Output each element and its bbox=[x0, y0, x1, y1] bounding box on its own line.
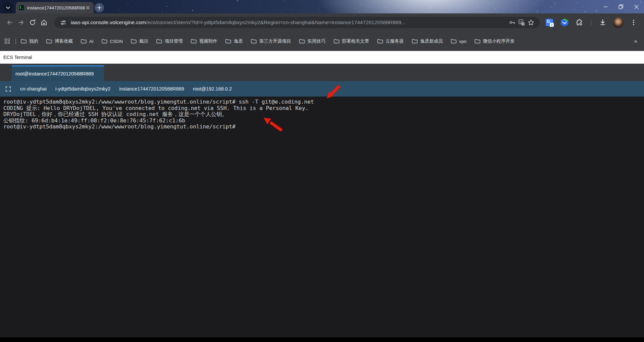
svg-text:文: 文 bbox=[522, 22, 525, 25]
url-domain: iaas-api.console.volcengine.com bbox=[71, 19, 146, 25]
terminal-line: root@iv-ydtpt5dam8qbxys2mky2:/www/wwwroo… bbox=[3, 99, 644, 105]
folder-icon bbox=[191, 39, 197, 44]
bookmark-folder[interactable]: 逸丞新成员 bbox=[412, 38, 443, 44]
password-key-icon[interactable] bbox=[507, 18, 517, 27]
bookmark-folder[interactable]: 我的 bbox=[21, 38, 38, 44]
bookmark-folder-label: 项目管理 bbox=[165, 38, 183, 44]
bookmark-folder[interactable]: AI bbox=[81, 39, 94, 44]
restore-button[interactable] bbox=[613, 0, 629, 13]
terminal-line: DRYDojTDEL，你好，你已经通过 SSH 协议认证 coding.net … bbox=[3, 111, 644, 118]
page-title: ECS Terminal bbox=[3, 55, 32, 60]
downloads-icon[interactable] bbox=[598, 17, 608, 27]
folder-icon bbox=[225, 39, 231, 44]
terminal-line: CODING 提示: Hello DRYDojTDEL, You've conn… bbox=[3, 105, 644, 112]
bookmark-folder[interactable]: 戴尔 bbox=[131, 38, 148, 44]
folder-icon bbox=[299, 39, 305, 44]
folder-icon bbox=[251, 39, 257, 44]
bookmark-folder[interactable]: 实用技巧 bbox=[299, 38, 326, 44]
bookmark-folder[interactable]: 项目管理 bbox=[156, 38, 183, 44]
bookmark-folder[interactable]: 逸丞 bbox=[225, 38, 243, 44]
bookmark-folder[interactable]: 云服务器 bbox=[377, 38, 404, 44]
address-bar[interactable]: iaas-api.console.volcengine.com/ecs/conn… bbox=[54, 17, 540, 28]
terminal-line: 公钥指纹: 69:6d:b4:1e:49:ff:08:f2:0e:8e:76:4… bbox=[3, 118, 644, 124]
bookmark-folder[interactable]: 微信小程序开发 bbox=[475, 38, 515, 44]
bookmark-folder[interactable]: CSDN bbox=[102, 39, 123, 44]
bookmark-folder-label: 逸丞新成员 bbox=[420, 38, 443, 44]
bookmark-folder-label: 戴尔 bbox=[139, 38, 148, 44]
terminal-lines: root@iv-ydtpt5dam8qbxys2mky2:/www/wwwroo… bbox=[3, 99, 644, 130]
forward-button[interactable] bbox=[15, 17, 27, 28]
terminal-output[interactable]: root@iv-ydtpt5dam8qbxys2mky2:/www/wwwroo… bbox=[0, 97, 644, 337]
bookmark-folder[interactable]: vpn bbox=[451, 39, 467, 44]
terminal-session-tab[interactable]: root@instance1744720120588R889 bbox=[12, 65, 104, 81]
tab-close-icon[interactable] bbox=[85, 5, 91, 11]
browser-menu-kebab-icon[interactable] bbox=[629, 17, 639, 27]
translate-page-icon[interactable]: G文 bbox=[517, 18, 526, 27]
url-text[interactable]: iaas-api.console.volcengine.com/ecs/conn… bbox=[71, 19, 507, 25]
apps-grid-icon[interactable] bbox=[5, 39, 10, 44]
profile-avatar[interactable] bbox=[613, 17, 624, 28]
toolbar-separator bbox=[591, 19, 591, 26]
bookmark-folder[interactable]: 部署相关文章 bbox=[334, 38, 369, 44]
bookmark-folder-label: CSDN bbox=[110, 39, 123, 44]
bookmark-folder-label: 部署相关文章 bbox=[342, 38, 369, 44]
home-icon bbox=[41, 19, 47, 26]
bookmark-folder[interactable]: 第三方开源项目 bbox=[251, 38, 291, 44]
bookmark-folder-list: 我的 博客收藏 AI CSDN bbox=[21, 38, 628, 44]
volcengine-extension-icon[interactable] bbox=[559, 17, 570, 27]
info-user-host: root@192.168.0.2 bbox=[193, 86, 232, 92]
browser-toolbar: iaas-api.console.volcengine.com/ecs/conn… bbox=[0, 13, 644, 32]
back-button[interactable] bbox=[4, 17, 15, 28]
info-region: cn-shanghai bbox=[20, 86, 47, 92]
bookmark-star-icon[interactable] bbox=[526, 18, 536, 27]
bookmarks-separator bbox=[15, 39, 16, 44]
bookmark-folder-label: 视频制作 bbox=[199, 38, 217, 44]
bookmarks-overflow-chevron[interactable]: » bbox=[628, 38, 637, 45]
browser-tab-strip: instance1744720120588R889 bbox=[0, 0, 644, 13]
folder-icon bbox=[412, 39, 418, 44]
browser-window: instance1744720120588R889 bbox=[0, 0, 644, 342]
folder-icon bbox=[156, 39, 162, 44]
info-instance-id: i-ydtpt5dam8qbxys2mky2 bbox=[55, 86, 110, 92]
bookmark-folder-label: 逸丞 bbox=[234, 38, 243, 44]
site-settings-tune-icon[interactable] bbox=[58, 18, 68, 27]
folder-icon bbox=[451, 39, 457, 44]
plus-icon bbox=[97, 5, 102, 10]
bookmark-folder-label: AI bbox=[89, 39, 94, 44]
tab-search-button[interactable] bbox=[3, 3, 13, 12]
terminal-line: root@iv-ydtpt5dam8qbxys2mky2:/www/wwwroo… bbox=[3, 124, 644, 130]
bottom-black-bar bbox=[0, 337, 644, 342]
folder-icon bbox=[46, 39, 52, 44]
bookmark-folder-label: vpn bbox=[459, 39, 467, 44]
folder-icon bbox=[81, 39, 87, 44]
terminal-favicon-icon bbox=[19, 5, 24, 10]
info-instance-name: instance1744720120588R889 bbox=[119, 86, 184, 92]
bookmark-folder[interactable]: 视频制作 bbox=[191, 38, 217, 44]
new-tab-button[interactable] bbox=[95, 3, 104, 12]
extensions-puzzle-icon[interactable] bbox=[575, 17, 585, 27]
bookmark-folder-label: 云服务器 bbox=[386, 38, 404, 44]
back-arrow-icon bbox=[6, 19, 13, 26]
browser-tab-title: instance1744720120588R889 bbox=[27, 5, 85, 10]
terminal-tab-strip: root@instance1744720120588R889 bbox=[0, 64, 644, 81]
chevron-down-icon bbox=[6, 6, 10, 9]
fullscreen-expand-icon[interactable] bbox=[5, 86, 11, 92]
folder-icon bbox=[377, 39, 383, 44]
bookmark-folder-label: 实用技巧 bbox=[308, 38, 326, 44]
folder-icon bbox=[334, 39, 339, 44]
close-window-button[interactable] bbox=[629, 0, 644, 13]
google-translate-extension-icon[interactable]: G bbox=[544, 17, 554, 27]
minimize-button[interactable] bbox=[598, 0, 613, 13]
folder-icon bbox=[102, 39, 107, 44]
bookmarks-bar: 我的 博客收藏 AI CSDN bbox=[0, 32, 644, 51]
url-path: /ecs/connect/xterm/?Id=i-ydtpt5dam8qbxys… bbox=[146, 19, 406, 25]
reload-button[interactable] bbox=[27, 17, 38, 28]
folder-icon bbox=[21, 39, 26, 44]
reload-icon bbox=[29, 19, 36, 26]
instance-info-bar: cn-shanghai i-ydtpt5dam8qbxys2mky2 insta… bbox=[0, 81, 644, 97]
bookmark-folder[interactable]: 博客收藏 bbox=[46, 38, 73, 44]
browser-tab[interactable]: instance1744720120588R889 bbox=[16, 2, 94, 13]
home-button[interactable] bbox=[38, 17, 50, 28]
folder-icon bbox=[475, 39, 480, 44]
bookmark-folder-label: 微信小程序开发 bbox=[483, 38, 515, 44]
